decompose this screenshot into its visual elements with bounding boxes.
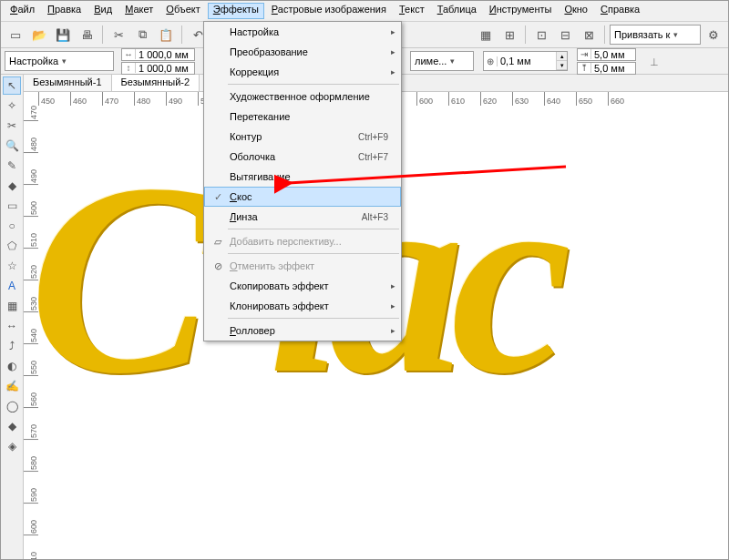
preset-combo[interactable]: Настройка ▾: [5, 51, 114, 71]
save-icon[interactable]: 💾: [52, 24, 74, 46]
submenu-arrow-icon: ▸: [391, 301, 395, 311]
page-height-input[interactable]: ↕ 1 000,0 мм: [121, 62, 195, 75]
dup-x-icon: ⇥: [578, 49, 591, 59]
crop-icon[interactable]: ⟂: [643, 50, 665, 72]
ruler-tick: 490: [166, 92, 182, 107]
ruler-tick: 470: [102, 92, 118, 107]
menu-item-Настройка[interactable]: Настройка▸: [204, 22, 401, 42]
menu-item-label: Отменить эффект: [226, 260, 395, 271]
menu-Растровые изображения[interactable]: Растровые изображения: [266, 3, 392, 19]
units-combo[interactable]: лиме... ▾: [410, 51, 474, 71]
freehand-tool[interactable]: ✎: [3, 157, 21, 175]
menu-item-Контур[interactable]: КонтурCtrl+F9: [204, 127, 401, 147]
menu-Правка[interactable]: Правка: [42, 3, 87, 19]
menu-Вид[interactable]: Вид: [88, 3, 118, 19]
ruler-tick: 660: [608, 92, 624, 107]
menu-item-label: Контур: [226, 131, 358, 142]
eyedropper-tool[interactable]: ✍: [3, 377, 21, 395]
menu-item-Перетекание[interactable]: Перетекание: [204, 107, 401, 127]
ruler-tick: 490: [24, 169, 38, 185]
connector-tool[interactable]: ⤴: [3, 337, 21, 355]
ruler-tick: 570: [24, 424, 38, 440]
polygon-tool[interactable]: ⬠: [3, 237, 21, 255]
menu-Окно[interactable]: Окно: [559, 3, 593, 19]
menu-item-Вытягивание[interactable]: Вытягивание: [204, 167, 401, 187]
ruler-tick: 590: [24, 488, 38, 504]
zoom-tool[interactable]: 🔍: [3, 137, 21, 155]
ruler-tick: 620: [480, 92, 497, 107]
menu-Файл[interactable]: Файл: [5, 3, 40, 19]
snap2-icon[interactable]: ⊟: [554, 24, 576, 46]
menu-item-Преобразование[interactable]: Преобразование▸: [204, 42, 401, 62]
menu-item-shortcut: Ctrl+F9: [358, 132, 395, 142]
menu-item-Ролловер[interactable]: Ролловер▸: [204, 321, 401, 341]
menu-item-Клонировать эффект[interactable]: Клонировать эффект▸: [204, 296, 401, 316]
height-icon: ↕: [122, 63, 136, 73]
menu-Инструменты[interactable]: Инструменты: [484, 3, 558, 19]
text-tool[interactable]: A: [3, 277, 21, 295]
menu-separator: [228, 318, 399, 319]
print-icon[interactable]: 🖶: [76, 24, 98, 46]
open-icon[interactable]: 📂: [28, 24, 50, 46]
doc-tab[interactable]: Безымянный-2: [112, 75, 200, 91]
grid-icon[interactable]: ▦: [475, 24, 497, 46]
menu-item-Оболочка[interactable]: ОболочкаCtrl+F7: [204, 147, 401, 167]
copy-icon[interactable]: ⧉: [131, 24, 153, 46]
menu-item-Отменить эффект: ⊘Отменить эффект: [204, 256, 401, 276]
snap3-icon[interactable]: ⊠: [578, 24, 600, 46]
doc-tab[interactable]: Безымянный-1: [24, 75, 112, 91]
menu-item-label: Ролловер: [226, 325, 395, 336]
shapes-tool[interactable]: ☆: [3, 257, 21, 275]
ruler-tick: 480: [134, 92, 150, 107]
page-width-input[interactable]: ↔ 1 000,0 мм: [121, 48, 195, 61]
menu-item-Коррекция[interactable]: Коррекция▸: [204, 62, 401, 82]
snap1-icon[interactable]: ⊡: [530, 24, 552, 46]
crop-tool[interactable]: ✂: [3, 117, 21, 135]
dimension-tool[interactable]: ↔: [3, 317, 21, 335]
menu-item-label: Настройка: [226, 26, 395, 37]
menu-item-shortcut: Ctrl+F7: [358, 152, 395, 162]
menu-item-Художественное оформление[interactable]: Художественное оформление: [204, 87, 401, 107]
menu-item-label: Оболочка: [226, 151, 358, 162]
menu-item-label: Перетекание: [226, 111, 395, 122]
snap-to-combo[interactable]: Привязать к ▾: [610, 25, 701, 45]
menu-Макет[interactable]: Макет: [119, 3, 159, 19]
interactive-fill-tool[interactable]: ◈: [3, 437, 21, 455]
menu-Таблица[interactable]: Таблица: [432, 3, 482, 19]
ellipse-tool[interactable]: ○: [3, 217, 21, 235]
blend-tool[interactable]: ◐: [3, 357, 21, 375]
toolbox: ↖ ✧ ✂ 🔍 ✎ ◆ ▭ ○ ⬠ ☆ A ▦ ↔ ⤴ ◐ ✍ ◯ ◆ ◈: [1, 75, 24, 560]
menu-Справка[interactable]: Справка: [595, 3, 645, 19]
menu-item-Линза[interactable]: ЛинзаAlt+F3: [204, 207, 401, 227]
fill-tool[interactable]: ◆: [3, 417, 21, 435]
snap-to-label: Привязать к: [614, 29, 670, 40]
ruler-tick: 460: [70, 92, 87, 107]
ruler-tick: 480: [24, 137, 38, 153]
smart-fill-tool[interactable]: ◆: [3, 177, 21, 195]
guides-icon[interactable]: ⊞: [498, 24, 520, 46]
rectangle-tool[interactable]: ▭: [3, 197, 21, 215]
dup-y-input[interactable]: ⤒ 5,0 мм: [577, 62, 636, 75]
paste-icon[interactable]: 📋: [155, 24, 177, 46]
ruler-tick: 500: [24, 201, 38, 217]
menu-Текст[interactable]: Текст: [394, 3, 430, 19]
menu-item-Скос[interactable]: ✓Скос: [204, 187, 401, 207]
dup-x-input[interactable]: ⇥ 5,0 мм: [577, 48, 636, 61]
menu-item-label: Скопировать эффект: [226, 280, 395, 291]
options-icon[interactable]: ⚙: [703, 24, 724, 46]
pick-tool[interactable]: ↖: [3, 76, 21, 95]
outline-tool[interactable]: ◯: [3, 397, 21, 415]
new-icon[interactable]: ▭: [5, 24, 26, 46]
shape-tool[interactable]: ✧: [3, 97, 21, 115]
menu-Эффекты[interactable]: Эффекты: [208, 3, 264, 19]
separator: [604, 25, 605, 44]
ruler-tick: 600: [416, 92, 433, 107]
menu-Объект[interactable]: Объект: [160, 3, 205, 19]
menu-item-Скопировать эффект[interactable]: Скопировать эффект▸: [204, 276, 401, 296]
menu-item-icon: ⊘: [210, 260, 226, 272]
nudge-input[interactable]: ⊕ 0,1 мм ▴▾: [483, 51, 568, 71]
menu-item-icon: ✓: [210, 191, 226, 203]
ruler-tick: 640: [544, 92, 560, 107]
table-tool[interactable]: ▦: [3, 297, 21, 315]
cut-icon[interactable]: ✂: [108, 24, 129, 46]
